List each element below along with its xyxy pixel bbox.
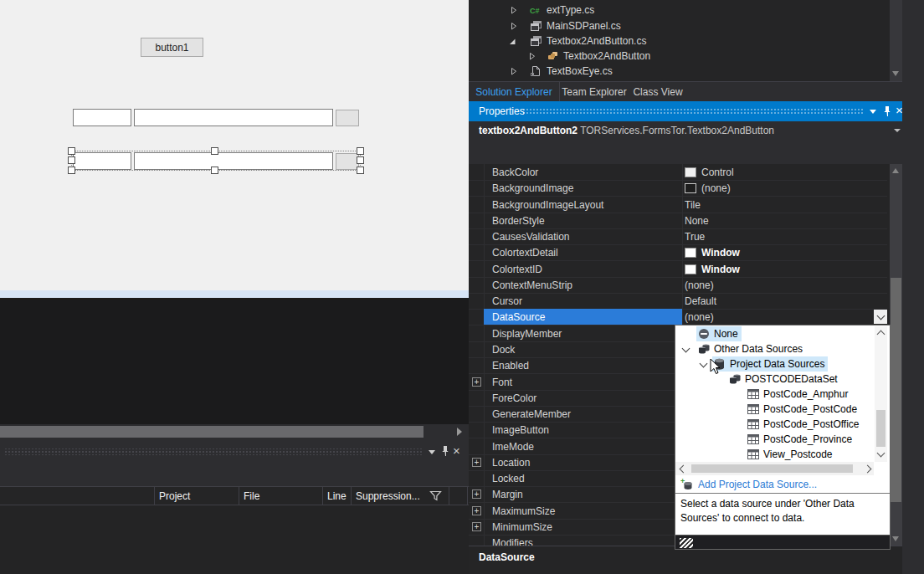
property-row-value[interactable]: True [682,228,887,244]
window-menu-icon[interactable] [870,110,876,114]
selection-handle[interactable] [211,147,218,155]
add-project-data-source-link[interactable]: + Add Project Data Source... [675,476,890,494]
property-row-name[interactable]: Enabled [484,357,682,373]
property-row-value[interactable]: Window [682,261,887,277]
item-label-wrap[interactable]: Project Data Sources [712,356,828,372]
datasource-item[interactable]: PostCode_Amphur [675,387,873,402]
property-row-name[interactable]: GenerateMember [484,406,682,422]
scroll-down-arrow-icon[interactable] [892,536,899,541]
property-row-name[interactable]: Location [484,454,682,470]
property-row-name[interactable]: MinimumSize [484,519,682,535]
scroll-thumb[interactable] [891,278,901,502]
datasource-item[interactable]: PostCode_Province [675,432,873,447]
close-icon[interactable]: × [453,443,460,458]
item-label-wrap[interactable]: PostCode_Province [746,432,855,447]
designer-textbox-large-2[interactable] [134,152,333,170]
scroll-right-chevron-icon[interactable] [864,465,872,474]
scroll-thumb[interactable] [691,464,853,473]
item-label-wrap[interactable]: PostCode_Amphur [746,387,851,402]
expand-plus-icon[interactable]: + [472,489,481,499]
solution-tree-item[interactable]: Textbox2AndButton [469,49,887,64]
property-row-value[interactable]: (none) [682,277,887,293]
selection-handle[interactable] [357,156,364,164]
datasource-item[interactable]: POSTCODEDataSet [675,372,873,387]
datasource-item[interactable]: PostCode_PostOffice [675,417,873,432]
object-selector-combo[interactable]: textbox2AndButton2 TORServices.FormsTor.… [469,121,902,141]
form-designer-surface[interactable]: button1 [0,0,469,290]
property-row-value[interactable]: (none) [682,309,887,325]
item-label-wrap[interactable]: Other Data Sources [696,341,806,356]
solution-explorer-scrollbar[interactable] [890,0,902,81]
item-label-wrap[interactable]: View_Postcode [746,447,836,462]
selection-handle[interactable] [211,167,218,174]
property-row-name[interactable]: DataSource [484,309,682,325]
solution-tree-item[interactable]: Textbox2AndButton.cs [469,33,887,49]
expand-plus-icon[interactable]: + [472,522,481,531]
property-row-value[interactable]: Tile [682,197,887,213]
item-label-wrap[interactable]: PostCode_PostOffice [746,417,863,432]
expand-plus-icon[interactable]: + [472,377,481,387]
expand-plus-icon[interactable]: + [472,506,481,515]
designer-small-button-2[interactable] [336,153,359,170]
column-header-file[interactable]: File [239,487,323,505]
property-row-value[interactable]: Default [682,293,887,309]
datasource-item[interactable]: Project Data Sources [675,356,873,372]
property-row-name[interactable]: BorderStyle [484,213,682,228]
property-row-name[interactable]: MaximumSize [484,503,682,519]
tab-solution-explorer[interactable]: Solution Explorer [469,82,560,101]
scroll-down-chevron-icon[interactable] [877,449,886,458]
property-row-name[interactable]: BackColor [484,164,682,180]
property-row-name[interactable]: ContextMenuStrip [484,277,682,293]
property-row-name[interactable]: ImeMode [484,438,682,454]
solution-tree-item[interactable]: MainSDPanel.cs [469,18,887,33]
filter-funnel-icon[interactable] [429,490,442,505]
scroll-left-chevron-icon[interactable] [680,465,688,474]
solution-tree-item[interactable]: C#extType.cs [469,3,887,18]
item-label-wrap[interactable]: None [696,326,742,341]
property-row-name[interactable]: BackgroundImage [484,180,682,196]
value-dropdown-button[interactable] [874,310,887,324]
column-header-line[interactable]: Line [323,487,352,505]
scroll-up-arrow-icon[interactable] [892,168,899,173]
datasource-item[interactable]: View_Postcode [675,447,873,462]
property-row-name[interactable]: ForeColor [484,390,682,406]
selection-handle[interactable] [357,147,364,155]
popup-horizontal-scrollbar[interactable] [675,462,874,475]
designer-textbox-small-2[interactable] [73,152,131,170]
selection-handle[interactable] [68,147,75,155]
tab-team-explorer[interactable]: Team Explorer [559,82,629,101]
resize-grip-icon[interactable] [680,538,693,548]
item-label-wrap[interactable]: POSTCODEDataSet [727,372,841,387]
designer-small-button-1[interactable] [336,110,359,126]
properties-titlebar[interactable]: Properties × [469,101,902,121]
scroll-up-chevron-icon[interactable] [877,331,886,339]
scroll-right-arrow-icon[interactable] [457,428,462,436]
tab-class-view[interactable]: Class View [629,82,686,101]
designer-textbox-large-1[interactable] [134,109,333,126]
property-row-name[interactable]: Locked [484,470,682,486]
property-row-name[interactable]: Font [484,374,682,390]
properties-scrollbar[interactable] [890,164,902,546]
property-row-name[interactable]: ColortextID [484,261,682,277]
property-row-name[interactable]: CausesValidation [484,228,682,244]
property-row-value[interactable]: Window [682,244,887,260]
designer-textbox-small-1[interactable] [73,109,131,126]
solution-tree-item[interactable]: TextBoxEye.cs [469,64,887,79]
property-row-value[interactable]: Control [682,164,887,180]
error-list-titlebar[interactable]: × [0,444,469,459]
datasource-item[interactable]: Other Data Sources [675,341,873,356]
scroll-thumb[interactable] [876,410,886,447]
property-row-value[interactable]: (none) [682,180,887,196]
designer-button1[interactable]: button1 [141,38,203,57]
column-header-project[interactable]: Project [155,487,239,505]
item-label-wrap[interactable]: PostCode_PostCode [746,402,860,417]
editor-horizontal-scrollbar[interactable] [0,423,469,439]
popup-vertical-scrollbar[interactable] [875,326,887,462]
property-row-name[interactable]: Cursor [484,293,682,309]
selection-handle[interactable] [68,156,75,164]
window-menu-icon[interactable] [429,450,435,454]
pin-icon[interactable] [441,445,449,459]
tree-expanded-chevron-icon[interactable] [682,345,690,353]
tree-expanded-chevron-icon[interactable] [700,360,708,368]
selection-handle[interactable] [357,167,364,174]
